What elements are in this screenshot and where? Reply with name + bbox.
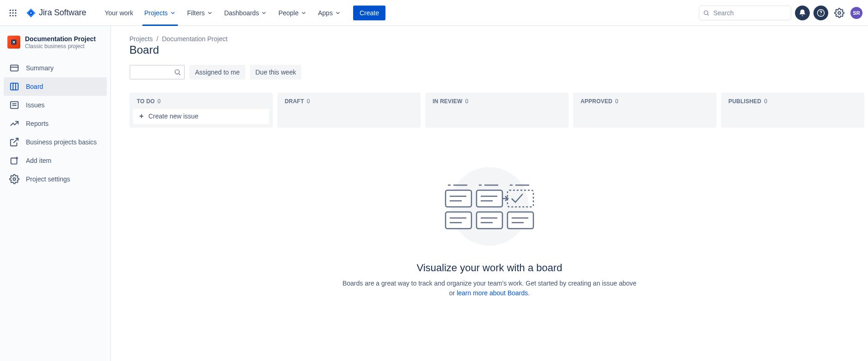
svg-point-4: [12, 12, 13, 13]
svg-line-29: [179, 74, 180, 75]
column-count: 0: [764, 98, 767, 105]
breadcrumb: Projects / Documentation Project: [129, 35, 850, 43]
column-count: 0: [307, 98, 310, 105]
chevron-down-icon: [170, 10, 176, 16]
add-item-icon: [9, 156, 19, 166]
svg-point-9: [704, 11, 708, 14]
board-column-inreview: IN REVIEW 0: [425, 93, 568, 128]
svg-point-3: [10, 12, 11, 13]
empty-illustration: [439, 165, 540, 248]
svg-point-13: [838, 12, 841, 14]
nav-people[interactable]: People: [274, 0, 312, 26]
board-columns: TO DO 0 Create new issue DRAFT 0 IN REVI…: [129, 93, 850, 128]
filter-assigned-to-me[interactable]: Assigned to me: [189, 65, 245, 80]
global-search-input[interactable]: [712, 9, 787, 17]
help-button[interactable]: [813, 6, 828, 20]
svg-rect-33: [446, 190, 471, 207]
sidebar-item-board[interactable]: Board: [4, 77, 107, 96]
sidebar-item-label: Board: [26, 83, 43, 90]
page-title: Board: [129, 44, 850, 56]
column-header[interactable]: TO DO 0: [133, 98, 269, 108]
sidebar-item-basics[interactable]: Business projects basics: [4, 133, 107, 151]
sidebar-item-reports[interactable]: Reports: [4, 114, 107, 133]
nav-label: Your work: [104, 9, 133, 17]
column-count: 0: [465, 98, 468, 105]
column-header[interactable]: IN REVIEW 0: [429, 98, 565, 108]
main-content: Projects / Documentation Project Board A…: [111, 26, 868, 361]
filter-bar: Assigned to me Due this week: [129, 65, 850, 80]
project-header[interactable]: Documentation Project Classic business p…: [0, 35, 110, 59]
learn-more-link[interactable]: learn more about Boards: [457, 289, 528, 297]
svg-line-23: [13, 138, 18, 143]
notifications-button[interactable]: [795, 6, 810, 20]
svg-point-7: [12, 15, 13, 16]
product-name: Jira Software: [39, 8, 86, 18]
empty-state: Visualize your work with a board Boards …: [342, 165, 637, 298]
top-navigation: Jira Software Your work Projects Filters…: [0, 0, 868, 26]
breadcrumb-item[interactable]: Projects: [129, 35, 153, 43]
search-icon: [703, 9, 709, 17]
board-column-approved: APPROVED 0: [573, 93, 716, 128]
plus-icon: [138, 113, 145, 119]
column-name: DRAFT: [285, 98, 304, 105]
user-avatar[interactable]: SR: [850, 7, 862, 19]
sidebar-menu: Summary Board Issues Reports Business pr…: [0, 59, 110, 188]
svg-point-27: [13, 178, 16, 180]
sidebar-item-label: Business projects basics: [26, 138, 97, 146]
nav-apps[interactable]: Apps: [313, 0, 346, 26]
svg-rect-17: [11, 83, 18, 90]
nav-label: Projects: [144, 9, 168, 17]
sidebar-item-settings[interactable]: Project settings: [4, 170, 107, 188]
svg-point-28: [175, 70, 179, 74]
nav-left: Jira Software Your work Projects Filters…: [6, 0, 385, 26]
column-header[interactable]: PUBLISHED 0: [725, 98, 861, 108]
column-name: TO DO: [137, 98, 155, 105]
sidebar-item-add[interactable]: Add item: [4, 151, 107, 170]
svg-line-10: [708, 14, 709, 15]
nav-filters[interactable]: Filters: [183, 0, 218, 26]
filter-due-this-week[interactable]: Due this week: [250, 65, 302, 80]
column-count: 0: [158, 98, 161, 105]
svg-point-1: [12, 9, 13, 11]
svg-point-5: [15, 12, 16, 13]
breadcrumb-separator: /: [157, 35, 159, 43]
column-header[interactable]: APPROVED 0: [577, 98, 713, 108]
svg-rect-15: [11, 65, 18, 71]
breadcrumb-item[interactable]: Documentation Project: [162, 35, 227, 43]
svg-rect-41: [446, 212, 471, 229]
sidebar-item-label: Add item: [26, 157, 51, 164]
project-avatar: [7, 36, 20, 49]
jira-logo-icon: [26, 8, 36, 18]
svg-rect-47: [507, 212, 533, 229]
column-name: APPROVED: [581, 98, 612, 105]
nav-your-work[interactable]: Your work: [100, 0, 138, 26]
board-search[interactable]: [129, 65, 185, 80]
global-search[interactable]: [699, 6, 791, 20]
board-column-todo: TO DO 0 Create new issue: [129, 93, 273, 128]
product-logo[interactable]: Jira Software: [22, 8, 90, 18]
column-header[interactable]: DRAFT 0: [281, 98, 417, 108]
svg-point-2: [15, 9, 16, 11]
svg-rect-24: [11, 158, 17, 164]
column-name: IN REVIEW: [433, 98, 462, 105]
board-column-draft: DRAFT 0: [277, 93, 421, 128]
board-icon: [9, 81, 19, 92]
empty-title: Visualize your work with a board: [342, 262, 637, 274]
primary-nav-menu: Your work Projects Filters Dashboards Pe…: [100, 0, 385, 26]
create-issue-button[interactable]: Create new issue: [133, 108, 269, 124]
project-name: Documentation Project: [25, 35, 96, 43]
sidebar-item-issues[interactable]: Issues: [4, 96, 107, 114]
create-button[interactable]: Create: [353, 6, 385, 20]
nav-label: People: [278, 9, 299, 17]
settings-button[interactable]: [832, 6, 847, 20]
nav-projects[interactable]: Projects: [140, 0, 181, 26]
app-switcher-button[interactable]: [6, 6, 20, 20]
nav-dashboards[interactable]: Dashboards: [220, 0, 272, 26]
create-issue-label: Create new issue: [148, 112, 198, 120]
issues-icon: [9, 100, 19, 110]
sidebar-item-summary[interactable]: Summary: [4, 59, 107, 77]
board-column-published: PUBLISHED 0: [721, 93, 864, 128]
nav-label: Apps: [318, 9, 333, 17]
card-icon: [9, 63, 19, 73]
empty-text-after: .: [528, 289, 530, 297]
